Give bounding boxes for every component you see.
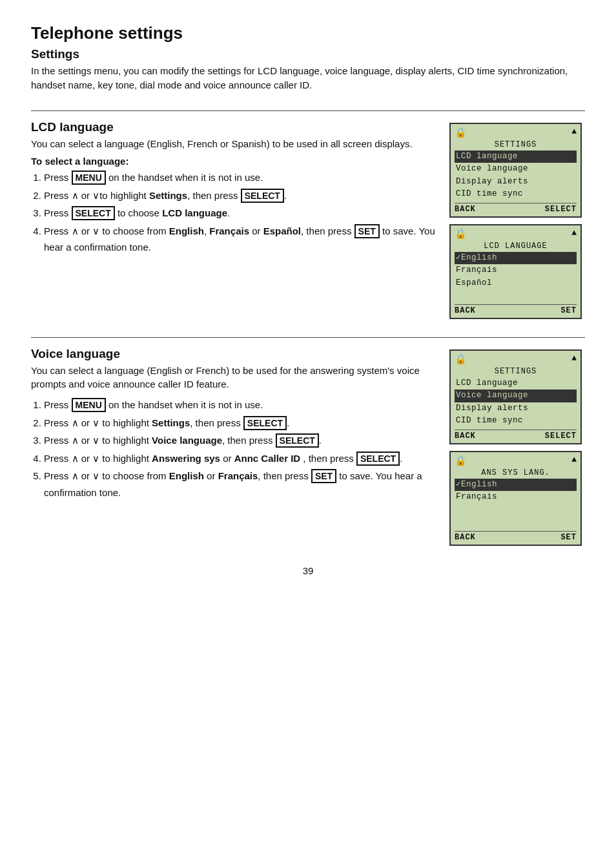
vselect-button-1: SELECT (243, 416, 287, 430)
arrow-down-2-icon: ∨ (92, 225, 99, 236)
vlcd-row-francais: Français (455, 491, 577, 504)
lcd-row-display-alerts: Display alerts (455, 176, 577, 189)
lock-icon-2: 🔒 (455, 228, 467, 240)
lcd-row-empty (455, 289, 577, 302)
select-button-label: SELECT (241, 189, 284, 203)
select-softkey-3: SELECT (545, 432, 577, 441)
lcd-row-lcd-language: LCD language (455, 151, 577, 163)
lcd-row-espanol: Español (455, 277, 577, 290)
back-softkey-4: BACK (455, 533, 476, 542)
up-arrow-icon-3: ▲ (571, 353, 577, 363)
lcd-language-section: LCD language You can select a language (… (31, 120, 585, 319)
arrow-down-icon: ∨ (92, 187, 99, 204)
vlcd-row-english: ✓English (455, 479, 577, 492)
vselect-button-2: SELECT (276, 433, 319, 448)
lcd-language-steps: Press MENU on the handset when it is not… (44, 169, 436, 256)
lcd-title-4: ANS SYS LANG. (455, 468, 577, 477)
vstep-4: Press ∧ or ∨ to highlight Answering sys … (44, 450, 436, 467)
lcd-title-1: SETTINGS (455, 140, 577, 149)
lcd-screen-1: 🔒 ▲ SETTINGS LCD language Voice language… (449, 123, 582, 218)
vstep-2: Press ∧ or ∨ to highlight Settings, then… (44, 415, 436, 432)
set-softkey-2: SET (560, 306, 577, 315)
select-button-label-2: SELECT (72, 206, 115, 220)
varrow-down-2-icon: ∨ (92, 435, 99, 446)
varrow-up-3-icon: ∧ (72, 453, 79, 464)
vselect-button-3: SELECT (356, 452, 400, 466)
lcd-title-2: LCD LANGUAGE (455, 242, 577, 251)
up-arrow-icon-1: ▲ (571, 127, 577, 136)
vlcd-row-display: Display alerts (455, 402, 577, 415)
vlcd-row-voice: Voice language (455, 390, 577, 402)
section-divider-2 (31, 337, 585, 338)
voice-language-section: Voice language You can select a language… (31, 347, 585, 546)
menu-button-label: MENU (72, 171, 106, 185)
lcd-softkeys-2: BACK SET (455, 304, 577, 315)
lcd-language-screens: 🔒 ▲ SETTINGS LCD language Voice language… (449, 120, 585, 319)
vset-button: SET (311, 469, 336, 483)
section-divider (31, 110, 585, 111)
vstep-1: Press MENU on the handset when it is not… (44, 397, 436, 413)
lcd-softkeys-3: BACK SELECT (455, 430, 577, 441)
back-softkey-2: BACK (455, 306, 476, 315)
page-number: 39 (31, 565, 585, 576)
vstep-3: Press ∧ or ∨ to highlight Voice language… (44, 432, 436, 449)
vlcd-row-lcd: LCD language (455, 377, 577, 390)
step-2: Press ∧ or ∨to highlight Settings, then … (44, 187, 436, 204)
arrow-up-icon: ∧ (72, 187, 79, 204)
lcd-row-voice-language: Voice language (455, 163, 577, 176)
back-softkey-1: BACK (455, 205, 476, 214)
step-4: Press ∧ or ∨ to choose from English, Fra… (44, 223, 436, 256)
vlcd-row-cid: CID time sync (455, 415, 577, 428)
up-arrow-icon-2: ▲ (571, 228, 577, 238)
vlcd-row-empty2 (455, 516, 577, 529)
settings-section: Settings In the settings menu, you can m… (31, 47, 585, 92)
lock-icon-1: 🔒 (455, 127, 467, 139)
lcd-language-text: LCD language You can select a language (… (31, 120, 436, 257)
arrow-up-2-icon: ∧ (72, 223, 79, 240)
voice-language-steps: Press MENU on the handset when it is not… (44, 397, 436, 501)
lcd-row-francais: Français (455, 264, 577, 277)
lcd-language-subheading: To select a language: (31, 156, 436, 167)
back-softkey-3: BACK (455, 432, 476, 441)
varrow-down-icon: ∨ (92, 417, 99, 428)
lock-icon-3: 🔒 (455, 353, 467, 366)
varrow-up-4-icon: ∧ (72, 470, 79, 481)
voice-language-description: You can select a language (English or Fr… (31, 364, 436, 392)
lcd-language-description: You can select a language (English, Fren… (31, 137, 436, 151)
varrow-up-icon: ∧ (72, 417, 79, 428)
voice-language-heading: Voice language (31, 347, 436, 361)
lcd-softkeys-4: BACK SET (455, 531, 577, 542)
lcd-screen-3: 🔒 ▲ SETTINGS LCD language Voice language… (449, 349, 582, 444)
voice-language-text: Voice language You can select a language… (31, 347, 436, 503)
varrow-down-3-icon: ∨ (92, 453, 99, 464)
vmenu-button-label: MENU (72, 398, 106, 412)
lcd-row-english: ✓English (455, 252, 577, 265)
lcd-screen-4: 🔒 ▲ ANS SYS LANG. ✓English Français BACK… (449, 451, 582, 546)
lcd-language-heading: LCD language (31, 120, 436, 134)
lcd-title-3: SETTINGS (455, 367, 577, 376)
set-button-label: SET (354, 224, 380, 238)
settings-description: In the settings menu, you can modify the… (31, 64, 585, 92)
up-arrow-icon-4: ▲ (571, 455, 577, 464)
set-softkey-4: SET (560, 533, 577, 542)
step-3: Press SELECT to choose LCD language. (44, 205, 436, 222)
lcd-screen-2: 🔒 ▲ LCD LANGUAGE ✓English Français Españ… (449, 224, 582, 319)
page-title: Telephone settings (31, 23, 585, 43)
settings-heading: Settings (31, 47, 585, 61)
step-1: Press MENU on the handset when it is not… (44, 169, 436, 186)
lcd-row-cid-time: CID time sync (455, 188, 577, 201)
varrow-up-2-icon: ∧ (72, 435, 79, 446)
lcd-softkeys-1: BACK SELECT (455, 203, 577, 214)
voice-language-screens: 🔒 ▲ SETTINGS LCD language Voice language… (449, 347, 585, 546)
vlcd-row-empty1 (455, 504, 577, 517)
select-softkey-1: SELECT (545, 205, 577, 214)
varrow-down-4-icon: ∨ (92, 470, 99, 481)
lock-icon-4: 🔒 (455, 455, 467, 467)
vstep-5: Press ∧ or ∨ to choose from English or F… (44, 468, 436, 501)
